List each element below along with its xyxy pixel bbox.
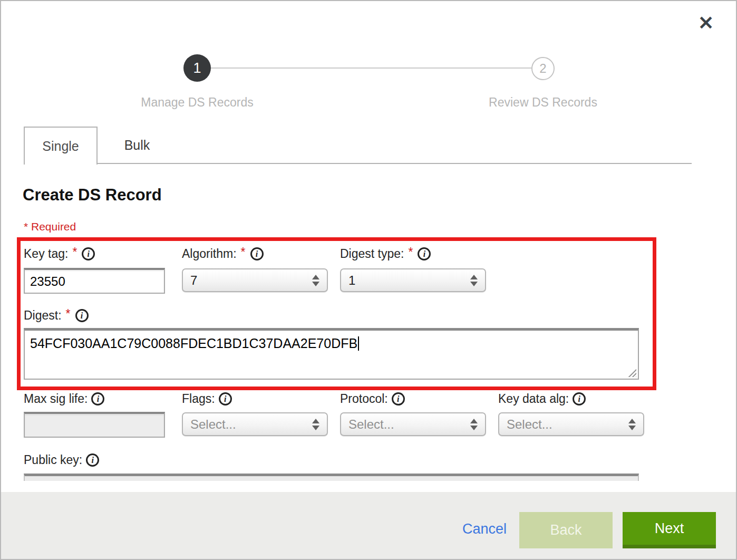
key-tag-input[interactable] — [24, 268, 165, 294]
max-sig-life-input — [24, 412, 165, 438]
cancel-button[interactable]: Cancel — [462, 521, 507, 537]
digest-value: 54FCF030AA1C79C0088FDEC1BD1C37DAA2E70DFB — [30, 336, 357, 351]
select-spinner-icon — [470, 275, 478, 286]
info-icon-glyph: i — [91, 456, 93, 465]
public-key-label: Public key: i — [24, 453, 99, 467]
select-spinner-icon — [312, 275, 319, 286]
resize-grip-icon[interactable] — [627, 368, 636, 377]
text-caret — [358, 336, 359, 351]
info-icon-glyph: i — [224, 395, 226, 403]
step-2-number: 2 — [539, 61, 546, 76]
public-key-label-text: Public key: — [24, 453, 82, 467]
info-icon[interactable]: i — [250, 247, 264, 260]
step-1-number: 1 — [193, 60, 201, 76]
close-icon[interactable]: ✕ — [698, 14, 714, 33]
key-data-alg-label-text: Key data alg: — [498, 392, 569, 406]
algorithm-select-value: 7 — [190, 273, 312, 288]
tab-bulk[interactable]: Bulk — [98, 127, 177, 163]
key-tag-label-text: Key tag: — [24, 247, 68, 261]
info-icon[interactable]: i — [82, 247, 95, 260]
required-note: * Required — [24, 220, 76, 233]
info-icon-glyph: i — [97, 395, 99, 403]
public-key-textarea[interactable] — [24, 474, 639, 481]
required-asterisk: * — [72, 245, 77, 259]
info-icon-glyph: i — [423, 250, 425, 258]
info-icon-glyph: i — [397, 395, 399, 403]
info-icon-glyph: i — [81, 312, 83, 320]
stepper-connector-line — [211, 67, 531, 69]
info-icon[interactable]: i — [392, 392, 405, 405]
info-icon-glyph: i — [88, 250, 90, 258]
digest-type-select-value: 1 — [348, 273, 470, 288]
key-data-alg-label: Key data alg: i — [498, 392, 586, 406]
stepper-step-1: 1 — [183, 54, 211, 82]
info-icon[interactable]: i — [75, 309, 89, 322]
digest-label: Digest: * i — [24, 308, 89, 323]
stepper-step-2: 2 — [531, 57, 555, 80]
select-spinner-icon — [312, 419, 319, 430]
next-button[interactable]: Next — [623, 512, 716, 548]
key-tag-label: Key tag: * i — [24, 247, 95, 261]
algorithm-label: Algorithm: * i — [182, 247, 264, 261]
info-icon-glyph: i — [256, 250, 258, 258]
info-icon[interactable]: i — [91, 392, 104, 405]
select-spinner-icon — [470, 419, 478, 430]
algorithm-select[interactable]: 7 — [182, 268, 328, 292]
protocol-select-value: Select... — [348, 417, 470, 432]
required-asterisk: * — [241, 245, 246, 259]
digest-type-label: Digest type: * i — [340, 247, 431, 261]
tab-bulk-label: Bulk — [124, 138, 150, 153]
key-data-alg-select[interactable]: Select... — [498, 412, 644, 436]
tab-single[interactable]: Single — [24, 127, 98, 165]
max-sig-life-label-text: Max sig life: — [24, 392, 88, 406]
page-title: Create DS Record — [23, 186, 162, 205]
digest-type-label-text: Digest type: — [340, 247, 404, 261]
tab-bar-divider — [98, 163, 692, 164]
flags-label: Flags: i — [182, 392, 232, 406]
required-asterisk: * — [66, 307, 71, 321]
digest-type-select[interactable]: 1 — [340, 268, 486, 292]
protocol-label: Protocol: i — [340, 392, 405, 406]
flags-select[interactable]: Select... — [182, 412, 328, 436]
create-ds-record-dialog: ✕ 1 2 Manage DS Records Review DS Record… — [0, 0, 737, 560]
max-sig-life-label: Max sig life: i — [24, 392, 104, 406]
protocol-select[interactable]: Select... — [340, 412, 486, 436]
step-2-label: Review DS Records — [464, 95, 622, 110]
key-data-alg-select-value: Select... — [507, 417, 628, 432]
digest-label-text: Digest: — [24, 308, 62, 323]
select-spinner-icon — [628, 419, 636, 430]
info-icon[interactable]: i — [219, 392, 232, 405]
tab-single-label: Single — [42, 139, 79, 154]
required-asterisk: * — [408, 245, 413, 259]
info-icon-glyph: i — [578, 395, 580, 403]
back-button: Back — [519, 512, 613, 548]
protocol-label-text: Protocol: — [340, 392, 388, 406]
info-icon[interactable]: i — [573, 392, 586, 405]
digest-textarea[interactable]: 54FCF030AA1C79C0088FDEC1BD1C37DAA2E70DFB — [24, 328, 639, 380]
info-icon[interactable]: i — [418, 247, 431, 260]
algorithm-label-text: Algorithm: — [182, 247, 237, 261]
flags-label-text: Flags: — [182, 392, 215, 406]
flags-select-value: Select... — [190, 417, 312, 432]
info-icon[interactable]: i — [86, 453, 99, 467]
step-1-label: Manage DS Records — [118, 95, 276, 110]
